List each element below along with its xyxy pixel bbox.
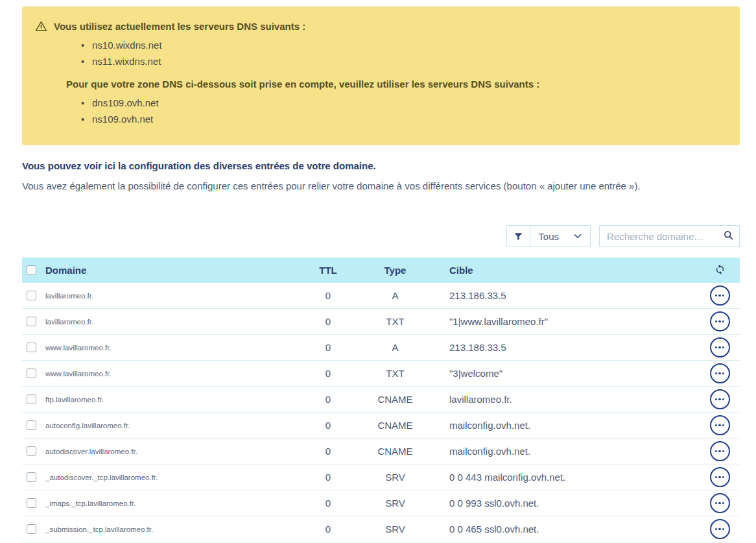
ellipsis-menu-icon xyxy=(715,502,718,505)
table-header-row: Domaine TTL Type Cible xyxy=(22,258,740,283)
table-controls: Tous xyxy=(22,225,740,247)
row-checkbox[interactable] xyxy=(27,368,36,378)
type-filter-dropdown[interactable]: Tous xyxy=(506,225,591,247)
record-ttl: 0 xyxy=(305,368,351,379)
dns-warning-banner: Vous utilisez actuellement les serveurs … xyxy=(22,6,740,145)
record-ttl: 0 xyxy=(305,316,351,327)
row-actions-button[interactable] xyxy=(710,441,730,461)
row-actions-button[interactable] xyxy=(710,363,730,383)
row-actions-button[interactable] xyxy=(710,311,730,332)
record-domain: autodiscover.lavillaromeo.fr. xyxy=(45,448,305,455)
ellipsis-menu-icon xyxy=(715,424,718,427)
row-checkbox[interactable] xyxy=(27,343,36,352)
intro-heading: Vous pouvez voir ici la configuration de… xyxy=(22,160,740,171)
record-target: 0 0 993 ssl0.ovh.net. xyxy=(439,498,700,509)
record-domain: www.lavillaromeo.fr. xyxy=(45,344,305,352)
row-checkbox[interactable] xyxy=(27,394,36,404)
table-row: _imaps._tcp.lavillaromeo.fr. 0 SRV 0 0 9… xyxy=(22,490,740,516)
row-actions-button[interactable] xyxy=(710,519,730,539)
funnel-icon xyxy=(507,226,530,247)
row-checkbox[interactable] xyxy=(27,446,36,456)
intro-description: Vous avez également la possibilité de co… xyxy=(22,180,740,191)
target-dns-list: dns109.ovh.netns109.ovh.net xyxy=(35,95,727,127)
record-domain: _submission._tcp.lavillaromeo.fr. xyxy=(45,525,305,533)
record-ttl: 0 xyxy=(305,394,351,405)
record-domain: www.lavillaromeo.fr. xyxy=(45,370,305,378)
dns-records-table: Domaine TTL Type Cible lavillaromeo.fr xyxy=(22,258,740,542)
row-actions-button[interactable] xyxy=(710,415,730,435)
record-target: 213.186.33.5 xyxy=(439,290,700,301)
ellipsis-menu-icon xyxy=(715,320,718,323)
record-ttl: 0 xyxy=(305,524,351,535)
current-dns-list: ns10.wixdns.netns11.wixdns.net xyxy=(35,38,727,69)
record-domain: lavillaromeo.fr. xyxy=(45,292,305,300)
record-ttl: 0 xyxy=(305,498,351,509)
record-domain: autoconfig.lavillaromeo.fr. xyxy=(45,422,305,429)
record-target: 213.186.33.5 xyxy=(439,342,700,353)
record-ttl: 0 xyxy=(305,420,351,431)
record-domain: _imaps._tcp.lavillaromeo.fr. xyxy=(45,500,305,507)
table-row: www.lavillaromeo.fr. 0 TXT "3|welcome" xyxy=(22,361,740,387)
row-actions-button[interactable] xyxy=(710,389,730,409)
row-checkbox[interactable] xyxy=(27,317,36,326)
record-target: 0 0 443 mailconfig.ovh.net. xyxy=(439,472,700,483)
dns-server-item: dns109.ovh.net xyxy=(92,95,727,112)
table-row: autodiscover.lavillaromeo.fr. 0 CNAME ma… xyxy=(22,439,740,465)
domain-search-box xyxy=(599,225,740,247)
target-dns-title: Pour que votre zone DNS ci-dessous soit … xyxy=(66,78,727,90)
row-actions-button[interactable] xyxy=(710,337,730,357)
record-domain: _autodiscover._tcp.lavillaromeo.fr. xyxy=(45,474,305,481)
record-ttl: 0 xyxy=(305,342,351,353)
type-filter-value: Tous xyxy=(538,231,559,242)
search-button[interactable] xyxy=(717,226,739,247)
chevron-down-icon xyxy=(573,232,582,241)
table-row: _submission._tcp.lavillaromeo.fr. 0 SRV … xyxy=(22,516,740,542)
record-type: A xyxy=(351,290,439,301)
record-type: CNAME xyxy=(351,446,439,457)
record-type: CNAME xyxy=(351,394,439,405)
record-type: SRV xyxy=(351,524,439,535)
record-target: "3|welcome" xyxy=(439,368,700,379)
record-ttl: 0 xyxy=(305,290,351,301)
record-target: mailconfig.ovh.net. xyxy=(439,446,700,457)
row-checkbox[interactable] xyxy=(27,291,36,300)
current-dns-title: Vous utilisez actuellement les serveurs … xyxy=(54,20,305,32)
record-target: lavillaromeo.fr. xyxy=(439,394,700,405)
table-body: lavillaromeo.fr. 0 A 213.186.33.5 lav xyxy=(22,283,740,542)
row-actions-button[interactable] xyxy=(710,493,730,513)
magnifier-icon xyxy=(723,230,734,243)
dns-server-item: ns10.wixdns.net xyxy=(92,38,727,54)
row-checkbox[interactable] xyxy=(27,524,36,534)
table-row: _autodiscover._tcp.lavillaromeo.fr. 0 SR… xyxy=(22,465,740,490)
record-domain: lavillaromeo.fr. xyxy=(45,318,305,326)
table-row: www.lavillaromeo.fr. 0 A 213.186.33.5 xyxy=(22,335,740,361)
header-target: Cible xyxy=(439,265,700,276)
record-type: TXT xyxy=(351,368,439,379)
record-target: "1|www.lavillaromeo.fr" xyxy=(439,316,700,327)
record-target: 0 0 465 ssl0.ovh.net. xyxy=(439,524,700,535)
ellipsis-menu-icon xyxy=(715,450,718,453)
row-checkbox[interactable] xyxy=(27,420,36,430)
search-input[interactable] xyxy=(600,231,717,242)
row-checkbox[interactable] xyxy=(27,498,36,508)
ellipsis-menu-icon xyxy=(715,295,718,297)
table-row: lavillaromeo.fr. 0 A 213.186.33.5 xyxy=(22,283,740,309)
row-actions-button[interactable] xyxy=(710,285,730,306)
record-type: A xyxy=(351,342,439,353)
header-domain: Domaine xyxy=(45,265,305,276)
ellipsis-menu-icon xyxy=(715,476,718,479)
row-checkbox[interactable] xyxy=(27,472,36,482)
table-row: autoconfig.lavillaromeo.fr. 0 CNAME mail… xyxy=(22,413,740,439)
record-ttl: 0 xyxy=(305,472,351,483)
select-all-checkbox[interactable] xyxy=(27,265,36,275)
refresh-button[interactable] xyxy=(700,264,740,277)
table-row: lavillaromeo.fr. 0 TXT "1|www.lavillarom… xyxy=(22,309,740,335)
dns-server-item: ns11.wixdns.net xyxy=(92,54,727,70)
refresh-sync-icon xyxy=(715,264,726,277)
warning-triangle-icon xyxy=(35,20,47,32)
dns-server-item: ns109.ovh.net xyxy=(92,112,727,128)
record-type: TXT xyxy=(351,316,439,327)
dns-zone-page: Vous utilisez actuellement les serveurs … xyxy=(0,0,756,542)
table-row: ftp.lavillaromeo.fr. 0 CNAME lavillarome… xyxy=(22,387,740,413)
row-actions-button[interactable] xyxy=(710,467,730,487)
